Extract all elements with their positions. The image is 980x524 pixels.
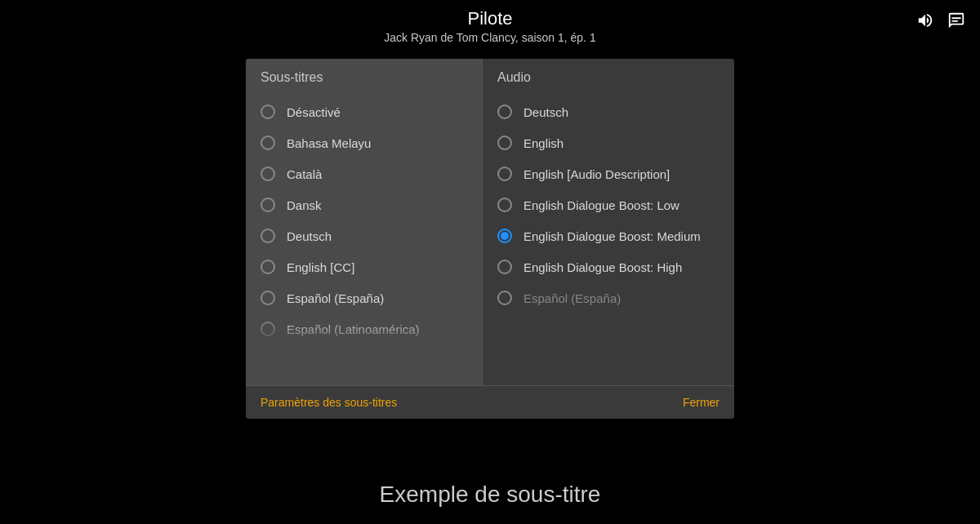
option-label-dansk: Dansk [287,198,322,212]
option-label-audio-espanol-espana: Español (España) [523,291,621,305]
audio-panel: Audio DeutschEnglishEnglish [Audio Descr… [483,59,734,385]
radio-audio-english-dialogue-low [497,198,512,212]
close-button[interactable]: Fermer [683,396,719,409]
volume-button[interactable] [916,11,934,33]
dialog-footer: Paramètres des sous-titres Fermer [246,385,734,419]
option-label-espanol-espana: Español (España) [287,291,384,305]
subtitle-option-deutsch[interactable]: Deutsch [246,220,482,251]
radio-espanol-espana [261,291,275,305]
radio-deutsch [261,229,275,243]
option-label-audio-english-dialogue-low: English Dialogue Boost: Low [523,198,679,212]
audio-heading: Audio [483,59,734,93]
radio-espanol-latinoamerica [261,322,275,336]
volume-icon [916,11,934,29]
option-label-deutsch: Deutsch [287,229,332,243]
subtitle-icon [947,11,965,29]
audio-option-english-dialogue-low[interactable]: English Dialogue Boost: Low [483,189,734,220]
subtitle-option-bahasa-melayu[interactable]: Bahasa Melayu [246,127,482,158]
audio-option-deutsch[interactable]: Deutsch [483,96,734,127]
radio-audio-english-audio-description [497,167,512,181]
audio-option-english-audio-description[interactable]: English [Audio Description] [483,158,734,189]
radio-audio-deutsch [497,104,512,119]
subtitle-option-dansk[interactable]: Dansk [246,189,482,220]
option-label-espanol-latinoamerica: Español (Latinoamérica) [287,322,420,336]
subtitle-example: Exemple de sous-titre [0,482,980,508]
subtitles-options-list[interactable]: DésactivéBahasa MelayuCatalàDanskDeutsch… [246,93,482,385]
subtitles-heading: Sous-titres [246,59,482,93]
subtitle-option-english-cc[interactable]: English [CC] [246,251,482,282]
settings-dialog: Sous-titres DésactivéBahasa MelayuCatalà… [246,59,734,419]
subtitle-option-espanol-latinoamerica[interactable]: Español (Latinoamérica) [246,313,482,344]
radio-audio-english [497,135,512,150]
subtitles-button[interactable] [947,11,965,33]
option-label-audio-english: English [523,136,564,150]
option-label-catala: Català [287,167,322,181]
audio-option-english-dialogue-high[interactable]: English Dialogue Boost: High [483,251,734,282]
radio-catala [261,167,275,181]
episode-title: Pilote [0,8,980,29]
radio-audio-english-dialogue-medium [497,229,512,243]
option-label-audio-english-dialogue-high: English Dialogue Boost: High [523,260,682,274]
option-label-audio-english-audio-description: English [Audio Description] [523,167,670,181]
option-label-audio-deutsch: Deutsch [523,105,568,119]
audio-option-espanol-espana[interactable]: Español (España) [483,282,734,313]
radio-audio-espanol-espana [497,291,512,305]
radio-dansk [261,198,275,212]
subtitle-option-espanol-espana[interactable]: Español (España) [246,282,482,313]
dialog-body: Sous-titres DésactivéBahasa MelayuCatalà… [246,59,734,385]
episode-subtitle: Jack Ryan de Tom Clancy, saison 1, ép. 1 [0,31,980,44]
subtitle-settings-link[interactable]: Paramètres des sous-titres [261,396,397,409]
subtitles-panel: Sous-titres DésactivéBahasa MelayuCatalà… [246,59,483,385]
top-right-controls [916,11,965,33]
radio-english-cc [261,260,275,274]
audio-option-english-dialogue-medium[interactable]: English Dialogue Boost: Medium [483,220,734,251]
audio-options-list[interactable]: DeutschEnglishEnglish [Audio Description… [483,93,734,385]
subtitle-option-catala[interactable]: Català [246,158,482,189]
audio-option-english[interactable]: English [483,127,734,158]
option-label-bahasa-melayu: Bahasa Melayu [287,136,371,150]
subtitle-option-desactive[interactable]: Désactivé [246,96,482,127]
option-label-english-cc: English [CC] [287,260,354,274]
header: Pilote Jack Ryan de Tom Clancy, saison 1… [0,0,980,44]
option-label-desactive: Désactivé [287,105,341,119]
radio-desactive [261,104,275,119]
radio-audio-english-dialogue-high [497,260,512,274]
radio-bahasa-melayu [261,135,275,150]
option-label-audio-english-dialogue-medium: English Dialogue Boost: Medium [523,229,701,243]
